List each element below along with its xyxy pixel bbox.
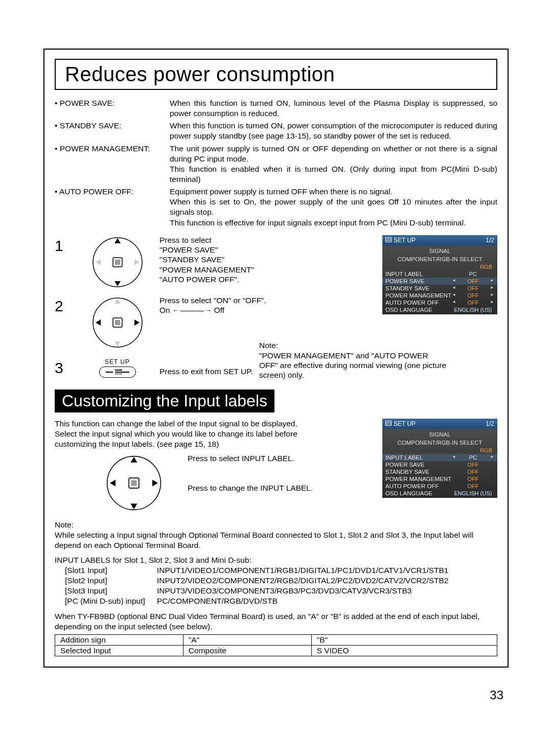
menu-row-value: OFF [452, 292, 494, 299]
def-text-power-save: When this function is turned ON, luminou… [170, 98, 497, 119]
svg-marker-12 [96, 319, 101, 326]
menu-row-label: OSD LANGUAGE [385, 490, 452, 496]
menu-row: OSD LANGUAGEENGLISH (US) [382, 490, 497, 497]
step-3-text: Press to exit from SET UP. [159, 359, 269, 376]
menu-signal: SIGNAL [382, 247, 497, 255]
menu-row-label: AUTO POWER OFF [385, 300, 452, 306]
table-cell: Composite [183, 645, 311, 656]
menu-signal: SIGNAL [382, 430, 497, 439]
svg-marker-4 [114, 281, 121, 286]
pill-button-icon [99, 366, 136, 378]
slot-label: [Slot1 Input] [55, 565, 157, 576]
def-text-standby-save: When this function is turned ON, power c… [170, 121, 497, 141]
menu-row-value: ENGLISH (US) [452, 307, 494, 313]
svg-marker-11 [114, 341, 121, 347]
input-labels-block: INPUT LABELS for Slot 1, Slot 2, Slot 3 … [55, 555, 497, 607]
custom-step-1: Press to select INPUT LABEL. [188, 453, 336, 464]
menu-row-label: STANDBY SAVE [385, 469, 452, 475]
note-heading: Note: [259, 340, 448, 350]
menu-row-label: POWER MANAGEMENT [385, 292, 452, 299]
svg-marker-13 [134, 319, 140, 326]
step-1-text: Press to select "POWER SAVE" "STANDBY SA… [159, 234, 269, 285]
menu-row: STANDBY SAVEOFF [382, 468, 497, 475]
def-label-power-save: • POWER SAVE: [55, 98, 170, 119]
menu-page: 1/2 [486, 420, 494, 427]
slot-label: [Slot2 Input] [55, 576, 157, 586]
page-number: 33 [0, 688, 503, 702]
menu-comp: COMPONENT/RGB-IN SELECT [382, 255, 497, 263]
manual-page: Reduces power consumption • POWER SAVE: … [43, 49, 509, 668]
dpad-vertical-icon [75, 234, 159, 292]
note-text: "POWER MANAGEMENT" and "AUTO POWER OFF" … [259, 351, 448, 380]
svg-rect-2 [115, 260, 120, 265]
def-text-power-mgmt: The unit power supply is turned ON or OF… [170, 144, 497, 185]
menu-row-value: OFF [452, 483, 494, 489]
menu-row-label: INPUT LABEL [385, 454, 452, 461]
slot-value: INPUT3/VIDEO3/COMPONENT3/RGB3/PC3/DVD3/C… [157, 586, 497, 596]
step-1-number: 1 [55, 234, 75, 254]
custom-step-2: Press to change the INPUT LABEL. [188, 483, 336, 493]
menu-row: POWER MANAGEMENTOFF [382, 292, 497, 299]
slot-label: [PC (Mini D-sub) input] [55, 596, 157, 606]
step-3-number: 3 [55, 360, 75, 376]
menu-row: STANDBY SAVEOFF [382, 285, 497, 292]
note2-heading: Note: [55, 520, 497, 530]
menu-row-value: PC [452, 454, 494, 461]
setup-button-label: SET UP [75, 358, 159, 365]
menu-rgb: RGB [382, 263, 497, 270]
svg-marker-6 [134, 259, 140, 265]
menu-row: AUTO POWER OFFOFF [382, 483, 497, 490]
svg-rect-16 [131, 480, 137, 486]
step-2-number: 2 [55, 294, 75, 314]
menu-row-label: AUTO POWER OFF [385, 483, 452, 489]
menu-row-value: OFF [452, 278, 494, 284]
dpad-full-icon [55, 452, 188, 516]
table-cell: Addition sign [55, 634, 183, 645]
note2-text: While selecting a Input signal through O… [55, 530, 497, 551]
svg-marker-3 [114, 238, 121, 243]
def-label-auto-off: • AUTO POWER OFF: [55, 187, 170, 228]
slot-row: [Slot1 Input]INPUT1/VIDEO1/COMPONENT1/RG… [55, 565, 497, 576]
table-cell: "A" [183, 634, 311, 645]
menu-row: AUTO POWER OFFOFF [382, 299, 497, 306]
slots-heading: INPUT LABELS for Slot 1, Slot 2, Slot 3 … [55, 555, 497, 565]
slot-row: [Slot3 Input]INPUT3/VIDEO3/COMPONENT3/RG… [55, 586, 497, 596]
customizing-area: This function can change the label of th… [55, 419, 497, 516]
menu-row-label: OSD LANGUAGE [385, 307, 452, 313]
dpad-horizontal-icon [75, 294, 159, 353]
menu-row-label: STANDBY SAVE [385, 285, 452, 291]
def-label-standby-save: • STANDBY SAVE: [55, 121, 170, 141]
menu-comp: COMPONENT/RGB-IN SELECT [382, 439, 497, 447]
def-label-power-mgmt: • POWER MANAGEMENT: [55, 144, 170, 185]
menu-row: OSD LANGUAGEENGLISH (US) [382, 306, 497, 313]
menu-row-value: OFF [452, 285, 494, 291]
bnc-note: When TY-FB9BD (optional BNC Dual Video T… [55, 611, 497, 632]
def-text-auto-off: Equipment power supply is turned OFF whe… [170, 187, 497, 228]
table-cell: S VIDEO [311, 645, 497, 656]
customizing-intro: This function can change the label of th… [55, 419, 331, 449]
section-title-2: Customizing the Input labels [55, 390, 274, 413]
section-title-box: Reduces power consumption [55, 59, 497, 90]
on-off-arrow: On ←———→ Off [159, 305, 269, 315]
menu-row-label: POWER SAVE [385, 278, 452, 284]
addition-sign-table: Addition sign "A" "B" Selected Input Com… [55, 634, 497, 656]
setup-button-icon: SET UP [75, 358, 159, 378]
svg-rect-9 [115, 320, 120, 325]
table-cell: Selected Input [55, 645, 183, 656]
menu-row: POWER SAVEOFF [382, 278, 497, 285]
menu-page: 1/2 [486, 237, 494, 244]
menu-row-label: POWER MANAGEMENT [385, 476, 452, 482]
svg-marker-17 [130, 457, 137, 463]
menu-row: POWER SAVEOFF [382, 461, 497, 468]
menu-row: POWER MANAGEMENTOFF [382, 475, 497, 483]
slot-row: [PC (Mini D-sub) input]PC/COMPONENT/RGB/… [55, 596, 497, 606]
menu-row-label: POWER SAVE [385, 462, 452, 468]
svg-marker-20 [152, 480, 158, 487]
menu-icon: SET UP [385, 237, 416, 244]
slot-value: INPUT2/VIDEO2/COMPONENT2/RGB2/DIGITAL2/P… [157, 576, 497, 586]
menu-row-value: PC [452, 271, 494, 277]
slot-value: INPUT1/VIDEO1/COMPONENT1/RGB1/DIGITAL1/P… [157, 565, 497, 576]
note-block-2: Note: While selecting a Input signal thr… [55, 520, 497, 551]
svg-marker-10 [114, 299, 121, 304]
menu-rgb: RGB [382, 447, 497, 454]
